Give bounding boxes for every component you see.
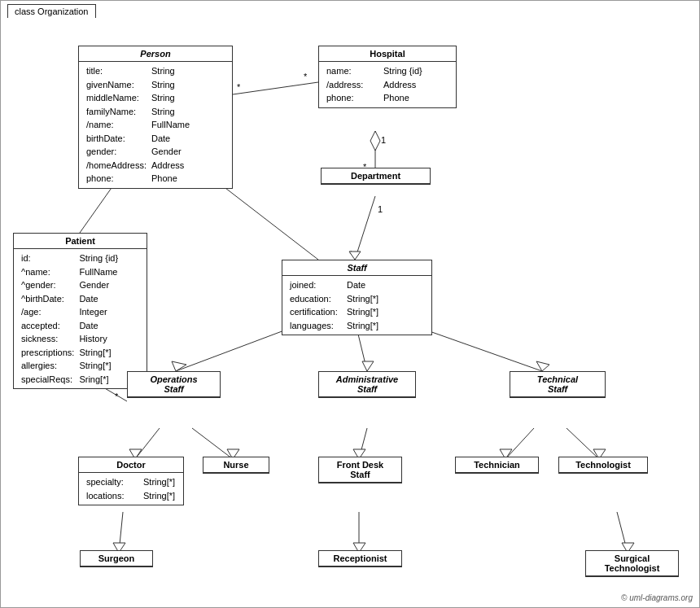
- surgical-tech-title: SurgicalTechnologist: [586, 551, 678, 576]
- nurse-class: Nurse: [203, 457, 269, 474]
- receptionist-title: Receptionist: [319, 551, 401, 566]
- svg-line-34: [119, 512, 123, 553]
- svg-line-7: [355, 196, 375, 260]
- patient-class: Patient id:String {id} ^name:FullName ^g…: [13, 233, 147, 389]
- svg-line-32: [567, 428, 599, 459]
- front-desk-class: Front DeskStaff: [318, 457, 402, 483]
- person-body: title:String givenName:String middleName…: [79, 62, 232, 188]
- operations-staff-class: OperationsStaff: [127, 371, 221, 398]
- person-title: Person: [79, 46, 232, 62]
- svg-line-30: [505, 428, 534, 459]
- front-desk-title: Front DeskStaff: [319, 457, 401, 483]
- staff-class: Staff joined:Date education:String[*] ce…: [282, 260, 432, 335]
- diagram-title: class Organization: [7, 4, 96, 18]
- department-class: Department: [321, 168, 431, 185]
- staff-title: Staff: [282, 260, 431, 276]
- admin-staff-class: AdministrativeStaff: [318, 371, 416, 398]
- patient-body: id:String {id} ^name:FullName ^gender:Ge…: [14, 249, 147, 388]
- hospital-title: Hospital: [319, 46, 456, 62]
- svg-line-0: [233, 82, 318, 94]
- department-title: Department: [322, 168, 430, 184]
- operations-staff-title: OperationsStaff: [128, 372, 220, 397]
- svg-marker-21: [362, 361, 374, 371]
- svg-line-24: [135, 428, 160, 459]
- svg-text:*: *: [115, 391, 119, 401]
- staff-body: joined:Date education:String[*] certific…: [282, 276, 431, 335]
- svg-line-38: [617, 512, 628, 553]
- hospital-class: Hospital name:String {id} /address:Addre…: [318, 46, 457, 108]
- svg-marker-4: [370, 131, 380, 151]
- title-text: class Organization: [15, 7, 89, 16]
- technologist-title: Technologist: [559, 457, 647, 473]
- surgeon-class: Surgeon: [80, 550, 153, 567]
- technical-staff-class: TechnicalStaff: [510, 371, 606, 398]
- svg-line-26: [192, 428, 233, 459]
- svg-line-28: [359, 428, 367, 459]
- doctor-class: Doctor specialty:String[*] locations:Str…: [78, 457, 184, 505]
- admin-staff-title: AdministrativeStaff: [319, 372, 415, 397]
- svg-text:*: *: [349, 249, 353, 259]
- svg-marker-19: [172, 361, 186, 371]
- svg-text:*: *: [304, 72, 308, 81]
- svg-marker-10: [349, 252, 361, 260]
- svg-marker-23: [536, 361, 549, 371]
- hospital-body: name:String {id} /address:Address phone:…: [319, 62, 456, 107]
- patient-title: Patient: [14, 234, 147, 249]
- person-class: Person title:String givenName:String mid…: [78, 46, 233, 189]
- copyright: © uml-diagrams.org: [621, 593, 693, 602]
- technician-class: Technician: [455, 457, 539, 474]
- technologist-class: Technologist: [558, 457, 648, 474]
- doctor-title: Doctor: [79, 457, 183, 473]
- receptionist-class: Receptionist: [318, 550, 402, 567]
- surgeon-title: Surgeon: [81, 551, 152, 566]
- doctor-body: specialty:String[*] locations:String[*]: [79, 473, 183, 505]
- svg-text:1: 1: [378, 204, 383, 214]
- svg-text:1: 1: [381, 135, 386, 145]
- diagram-container: class Organization * * 1 * 1 *: [0, 0, 700, 608]
- surgical-tech-class: SurgicalTechnologist: [585, 550, 679, 577]
- technician-title: Technician: [456, 457, 538, 473]
- svg-text:*: *: [237, 82, 241, 92]
- technical-staff-title: TechnicalStaff: [510, 372, 605, 397]
- nurse-title: Nurse: [203, 457, 269, 473]
